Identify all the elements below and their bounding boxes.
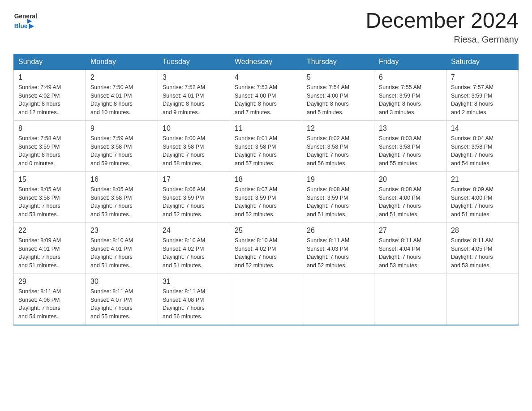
day-info: Sunrise: 8:11 AMSunset: 4:04 PMDaylight:… [379, 236, 442, 270]
calendar-cell-3-0: 22Sunrise: 8:09 AMSunset: 4:01 PMDayligh… [14, 223, 86, 274]
day-number: 5 [307, 73, 369, 81]
day-number: 10 [163, 124, 225, 133]
calendar-cell-1-0: 8Sunrise: 7:58 AMSunset: 3:59 PMDaylight… [14, 120, 86, 171]
week-row-1: 1Sunrise: 7:49 AMSunset: 4:02 PMDaylight… [14, 69, 519, 120]
header-wednesday: Wednesday [230, 54, 302, 69]
header-tuesday: Tuesday [158, 54, 230, 69]
day-number: 31 [163, 278, 225, 286]
day-info: Sunrise: 8:05 AMSunset: 3:58 PMDaylight:… [18, 185, 81, 219]
calendar-cell-1-4: 12Sunrise: 8:02 AMSunset: 3:58 PMDayligh… [302, 120, 374, 171]
day-info: Sunrise: 7:53 AMSunset: 4:00 PMDaylight:… [235, 83, 297, 117]
day-info: Sunrise: 7:59 AMSunset: 3:58 PMDaylight:… [90, 134, 153, 168]
day-number: 12 [307, 124, 369, 133]
header-saturday: Saturday [446, 54, 519, 69]
day-info: Sunrise: 7:52 AMSunset: 4:01 PMDaylight:… [163, 83, 225, 117]
logo: General Blue [13, 9, 40, 34]
calendar-subtitle: Riesa, Germany [365, 34, 519, 45]
day-info: Sunrise: 8:08 AMSunset: 4:00 PMDaylight:… [379, 185, 442, 219]
day-number: 11 [235, 124, 297, 133]
day-number: 28 [451, 227, 514, 235]
week-row-3: 15Sunrise: 8:05 AMSunset: 3:58 PMDayligh… [14, 171, 519, 223]
calendar-cell-1-2: 10Sunrise: 8:00 AMSunset: 3:58 PMDayligh… [158, 120, 230, 171]
day-number: 20 [379, 176, 442, 184]
day-info: Sunrise: 8:10 AMSunset: 4:02 PMDaylight:… [235, 236, 297, 270]
day-number: 29 [18, 278, 81, 286]
week-row-5: 29Sunrise: 8:11 AMSunset: 4:06 PMDayligh… [14, 274, 519, 325]
day-number: 6 [379, 73, 442, 81]
day-info: Sunrise: 8:11 AMSunset: 4:08 PMDaylight:… [163, 287, 225, 321]
svg-text:Blue: Blue [14, 23, 28, 30]
day-number: 2 [90, 73, 153, 81]
calendar-cell-0-0: 1Sunrise: 7:49 AMSunset: 4:02 PMDaylight… [14, 69, 86, 120]
day-number: 21 [451, 176, 514, 184]
calendar-cell-3-4: 26Sunrise: 8:11 AMSunset: 4:03 PMDayligh… [302, 223, 374, 274]
calendar-cell-2-5: 20Sunrise: 8:08 AMSunset: 4:00 PMDayligh… [374, 171, 446, 223]
day-number: 9 [90, 124, 153, 133]
calendar-cell-0-3: 4Sunrise: 7:53 AMSunset: 4:00 PMDaylight… [230, 69, 302, 120]
page-header: General Blue December 2024 Riesa, German… [13, 9, 519, 45]
day-number: 24 [163, 227, 225, 235]
calendar-cell-2-3: 18Sunrise: 8:07 AMSunset: 3:59 PMDayligh… [230, 171, 302, 223]
day-number: 17 [163, 176, 225, 184]
day-number: 18 [235, 176, 297, 184]
day-number: 1 [18, 73, 81, 81]
header-sunday: Sunday [14, 54, 86, 69]
day-info: Sunrise: 8:09 AMSunset: 4:01 PMDaylight:… [18, 236, 81, 270]
calendar-cell-0-5: 6Sunrise: 7:55 AMSunset: 3:59 PMDaylight… [374, 69, 446, 120]
calendar-cell-2-4: 19Sunrise: 8:08 AMSunset: 3:59 PMDayligh… [302, 171, 374, 223]
weekday-header-row: Sunday Monday Tuesday Wednesday Thursday… [14, 54, 519, 69]
header-monday: Monday [86, 54, 158, 69]
header-thursday: Thursday [302, 54, 374, 69]
day-number: 13 [379, 124, 442, 133]
day-number: 14 [451, 124, 514, 133]
calendar-cell-4-5 [374, 274, 446, 325]
calendar-table: Sunday Monday Tuesday Wednesday Thursday… [13, 54, 519, 325]
day-number: 27 [379, 227, 442, 235]
calendar-cell-2-1: 16Sunrise: 8:05 AMSunset: 3:58 PMDayligh… [86, 171, 158, 223]
day-number: 3 [163, 73, 225, 81]
day-info: Sunrise: 7:58 AMSunset: 3:59 PMDaylight:… [18, 134, 81, 168]
title-block: December 2024 Riesa, Germany [365, 9, 519, 45]
day-number: 8 [18, 124, 81, 133]
header-friday: Friday [374, 54, 446, 69]
day-info: Sunrise: 7:54 AMSunset: 4:00 PMDaylight:… [307, 83, 369, 117]
day-info: Sunrise: 8:07 AMSunset: 3:59 PMDaylight:… [235, 185, 297, 219]
calendar-cell-0-6: 7Sunrise: 7:57 AMSunset: 3:59 PMDaylight… [446, 69, 519, 120]
calendar-cell-3-6: 28Sunrise: 8:11 AMSunset: 4:05 PMDayligh… [446, 223, 519, 274]
calendar-cell-3-1: 23Sunrise: 8:10 AMSunset: 4:01 PMDayligh… [86, 223, 158, 274]
calendar-cell-4-3 [230, 274, 302, 325]
day-number: 15 [18, 176, 81, 184]
day-info: Sunrise: 8:11 AMSunset: 4:07 PMDaylight:… [90, 287, 153, 321]
day-number: 19 [307, 176, 369, 184]
calendar-cell-4-1: 30Sunrise: 8:11 AMSunset: 4:07 PMDayligh… [86, 274, 158, 325]
calendar-cell-1-6: 14Sunrise: 8:04 AMSunset: 3:58 PMDayligh… [446, 120, 519, 171]
calendar-cell-1-5: 13Sunrise: 8:03 AMSunset: 3:58 PMDayligh… [374, 120, 446, 171]
week-row-4: 22Sunrise: 8:09 AMSunset: 4:01 PMDayligh… [14, 223, 519, 274]
day-number: 30 [90, 278, 153, 286]
day-info: Sunrise: 8:01 AMSunset: 3:58 PMDaylight:… [235, 134, 297, 168]
day-info: Sunrise: 7:57 AMSunset: 3:59 PMDaylight:… [451, 83, 514, 117]
day-number: 4 [235, 73, 297, 81]
week-row-2: 8Sunrise: 7:58 AMSunset: 3:59 PMDaylight… [14, 120, 519, 171]
day-info: Sunrise: 8:09 AMSunset: 4:00 PMDaylight:… [451, 185, 514, 219]
calendar-cell-4-6 [446, 274, 519, 325]
day-info: Sunrise: 8:05 AMSunset: 3:58 PMDaylight:… [90, 185, 153, 219]
day-info: Sunrise: 8:06 AMSunset: 3:59 PMDaylight:… [163, 185, 225, 219]
calendar-cell-2-0: 15Sunrise: 8:05 AMSunset: 3:58 PMDayligh… [14, 171, 86, 223]
calendar-cell-4-0: 29Sunrise: 8:11 AMSunset: 4:06 PMDayligh… [14, 274, 86, 325]
calendar-cell-1-3: 11Sunrise: 8:01 AMSunset: 3:58 PMDayligh… [230, 120, 302, 171]
calendar-cell-3-3: 25Sunrise: 8:10 AMSunset: 4:02 PMDayligh… [230, 223, 302, 274]
day-info: Sunrise: 8:11 AMSunset: 4:05 PMDaylight:… [451, 236, 514, 270]
day-info: Sunrise: 8:10 AMSunset: 4:01 PMDaylight:… [90, 236, 153, 270]
day-number: 7 [451, 73, 514, 81]
day-info: Sunrise: 8:00 AMSunset: 3:58 PMDaylight:… [163, 134, 225, 168]
day-info: Sunrise: 8:11 AMSunset: 4:03 PMDaylight:… [307, 236, 369, 270]
day-info: Sunrise: 8:10 AMSunset: 4:02 PMDaylight:… [163, 236, 225, 270]
day-info: Sunrise: 8:03 AMSunset: 3:58 PMDaylight:… [379, 134, 442, 168]
day-number: 22 [18, 227, 81, 235]
calendar-cell-3-5: 27Sunrise: 8:11 AMSunset: 4:04 PMDayligh… [374, 223, 446, 274]
calendar-cell-0-4: 5Sunrise: 7:54 AMSunset: 4:00 PMDaylight… [302, 69, 374, 120]
logo-icon: General Blue [13, 9, 40, 34]
calendar-cell-1-1: 9Sunrise: 7:59 AMSunset: 3:58 PMDaylight… [86, 120, 158, 171]
calendar-title: December 2024 [365, 9, 519, 33]
